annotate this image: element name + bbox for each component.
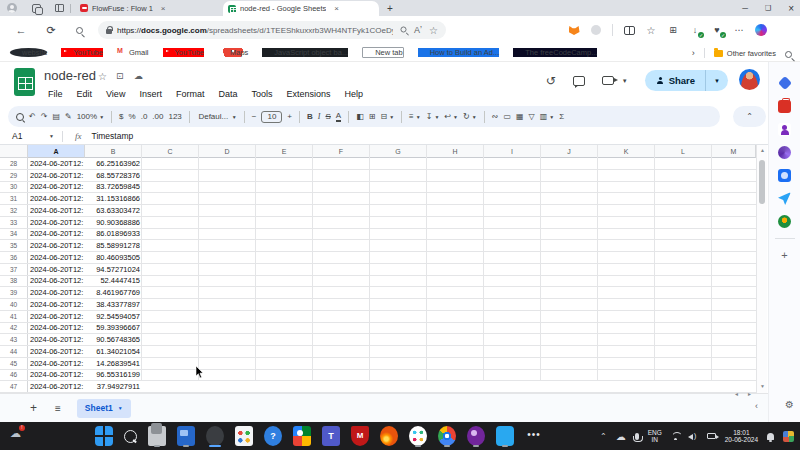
cell-value[interactable]: 59.39396667 bbox=[85, 323, 142, 334]
cell-value[interactable]: 52.4447415 bbox=[85, 276, 142, 287]
font-select[interactable]: Defaul...▼ bbox=[197, 112, 237, 121]
tray-expand-icon[interactable]: ⌃ bbox=[600, 432, 607, 441]
vertical-align-icon[interactable]: ↧▼ bbox=[426, 112, 440, 121]
cell-value[interactable]: 90.56748365 bbox=[85, 334, 142, 345]
insert-chart-icon[interactable]: ▦ bbox=[516, 112, 524, 121]
addon-tag-icon[interactable] bbox=[777, 76, 791, 90]
insert-comment-icon[interactable]: ▭ bbox=[503, 112, 511, 121]
row-header[interactable]: 39 bbox=[0, 287, 28, 298]
addon-camera-icon[interactable] bbox=[778, 169, 791, 182]
vscode[interactable] bbox=[496, 426, 514, 446]
bookmark-youtube-2[interactable]: YouTube bbox=[163, 48, 204, 57]
bookmark-maps[interactable]: Maps bbox=[218, 48, 248, 57]
menu-item[interactable]: Help bbox=[337, 87, 370, 101]
separator[interactable] bbox=[348, 111, 349, 123]
cell-timestamp[interactable]: 2024-06-20T12: bbox=[28, 158, 85, 169]
cell-timestamp[interactable]: 2024-06-20T12: bbox=[28, 217, 85, 228]
column-header[interactable]: K bbox=[598, 145, 655, 158]
bookmark-new-tab[interactable]: New tab bbox=[362, 47, 404, 58]
row-header[interactable]: 46 bbox=[0, 370, 28, 381]
browser-essentials-icon[interactable]: ♥✓ bbox=[711, 24, 723, 36]
collections-icon[interactable]: ⊞ bbox=[667, 24, 679, 36]
row-header[interactable]: 43 bbox=[0, 334, 28, 345]
column-header[interactable]: L bbox=[655, 145, 712, 158]
row-header[interactable]: 42 bbox=[0, 323, 28, 334]
back-button[interactable]: ← bbox=[10, 24, 32, 36]
print-icon[interactable]: ▤ bbox=[52, 112, 60, 121]
document-title[interactable]: node-red bbox=[44, 68, 96, 83]
media-app[interactable] bbox=[177, 426, 195, 446]
row-header[interactable]: 37 bbox=[0, 264, 28, 275]
scroll-left-icon[interactable]: ◄ bbox=[734, 391, 739, 397]
cell-timestamp[interactable]: 2024-06-20T12: bbox=[28, 276, 85, 287]
menu-item[interactable]: View bbox=[99, 87, 132, 101]
horizontal-align-icon[interactable]: ≡▼ bbox=[409, 112, 421, 121]
cell-timestamp[interactable]: 2024-06-20T12: bbox=[28, 205, 85, 216]
bookmark-how-to-build[interactable]: How to Build an Ad... bbox=[418, 48, 500, 57]
more-menu-icon[interactable]: ⋯ bbox=[733, 24, 745, 36]
menu-item[interactable]: File bbox=[41, 87, 70, 101]
vertical-scrollbar[interactable]: ▲ ▼ bbox=[756, 145, 767, 393]
separator[interactable] bbox=[189, 111, 190, 123]
tab-google-sheets[interactable]: node-red - Google Sheets × bbox=[223, 1, 379, 16]
cell-timestamp[interactable]: 2024-06-20T12: bbox=[28, 264, 85, 275]
row-header[interactable]: 47 bbox=[0, 381, 28, 392]
table-views-icon[interactable]: ▥▼ bbox=[540, 112, 555, 121]
split-screen-icon[interactable] bbox=[623, 24, 635, 36]
cell-value[interactable]: 90.90368886 bbox=[85, 217, 142, 228]
column-header[interactable]: I bbox=[484, 145, 541, 158]
edge-browser[interactable] bbox=[206, 426, 224, 446]
settings-gear-icon[interactable]: ⚙ bbox=[785, 399, 794, 410]
tab-actions-button[interactable] bbox=[53, 3, 66, 14]
sheet-tab-caret[interactable]: ▼ bbox=[118, 405, 123, 411]
name-box[interactable]: A1▼ bbox=[0, 131, 62, 141]
row-header[interactable]: 40 bbox=[0, 299, 28, 310]
row-header[interactable]: 34 bbox=[0, 229, 28, 240]
tray-widget-icon[interactable] bbox=[783, 431, 794, 442]
row-header[interactable]: 36 bbox=[0, 252, 28, 263]
language-indicator[interactable]: ENGIN bbox=[648, 429, 662, 443]
functions-icon[interactable]: Σ bbox=[559, 112, 564, 121]
notifications-bell-icon[interactable] bbox=[767, 433, 774, 440]
tab-flowfuse[interactable]: FlowFuse : Flow 1 × bbox=[75, 0, 223, 16]
scroll-up-icon[interactable]: ▲ bbox=[757, 147, 768, 153]
row-header[interactable]: 44 bbox=[0, 346, 28, 357]
get-help[interactable]: ? bbox=[264, 426, 282, 446]
comments-icon[interactable] bbox=[573, 76, 585, 86]
column-header[interactable]: F bbox=[313, 145, 370, 158]
addon-leaf-icon[interactable] bbox=[778, 215, 791, 228]
minimize-button[interactable]: ─ bbox=[742, 4, 748, 13]
row-header[interactable]: 28 bbox=[0, 158, 28, 169]
close-tab-icon[interactable]: × bbox=[161, 4, 166, 13]
clock[interactable]: 18:0120-06-2024 bbox=[725, 429, 758, 443]
menu-item[interactable]: Data bbox=[211, 87, 244, 101]
cell-timestamp[interactable]: 2024-06-20T12: bbox=[28, 370, 85, 381]
zoom-page-icon[interactable] bbox=[400, 26, 407, 35]
version-history-icon[interactable]: ↺ bbox=[546, 74, 556, 88]
taskbar-overflow[interactable]: ••• bbox=[525, 426, 543, 446]
addon-send-icon[interactable] bbox=[778, 192, 791, 205]
weather-widget[interactable]: ☁! bbox=[10, 427, 21, 440]
addon-toolbox-icon[interactable] bbox=[778, 100, 791, 113]
separator[interactable] bbox=[299, 111, 300, 123]
cell-value[interactable]: 8.461967769 bbox=[85, 287, 142, 298]
menu-item[interactable]: Edit bbox=[70, 87, 100, 101]
cell-value[interactable]: 94.57271024 bbox=[85, 264, 142, 275]
browser-profile-button[interactable] bbox=[5, 3, 18, 14]
menu-item[interactable]: Tools bbox=[244, 87, 279, 101]
row-header[interactable]: 30 bbox=[0, 182, 28, 193]
italic-icon[interactable]: I bbox=[318, 112, 321, 121]
restore-button[interactable]: ❑ bbox=[765, 4, 771, 12]
cell-timestamp[interactable]: 2024-06-20T12: bbox=[28, 287, 85, 298]
mcafee[interactable]: M bbox=[351, 426, 369, 446]
cell-value[interactable]: 85.58991278 bbox=[85, 240, 142, 251]
document-status-cloud-icon[interactable]: ☁ bbox=[134, 71, 143, 81]
cell-value[interactable]: 38.43377897 bbox=[85, 299, 142, 310]
read-aloud-icon[interactable]: Aʼ bbox=[414, 25, 422, 35]
cell-timestamp[interactable]: 2024-06-20T12: bbox=[28, 346, 85, 357]
row-header[interactable]: 41 bbox=[0, 311, 28, 322]
cell-value[interactable]: 66.25163962 bbox=[85, 158, 142, 169]
microsoft-store[interactable] bbox=[235, 426, 253, 446]
cell-value[interactable]: 63.63303472 bbox=[85, 205, 142, 216]
text-color-icon[interactable]: A bbox=[336, 112, 341, 122]
